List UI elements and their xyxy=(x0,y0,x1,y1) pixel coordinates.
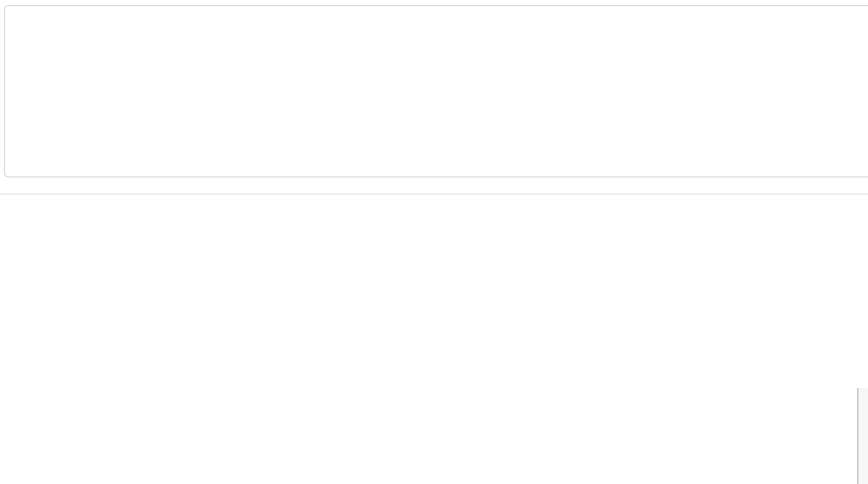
timeline-chart[interactable] xyxy=(0,194,868,484)
jmc-threads-view xyxy=(0,0,868,484)
thread-table[interactable] xyxy=(4,5,868,177)
lane-button-rail xyxy=(858,388,868,484)
timeline-panel xyxy=(0,194,868,484)
thread-table-header xyxy=(5,6,868,22)
